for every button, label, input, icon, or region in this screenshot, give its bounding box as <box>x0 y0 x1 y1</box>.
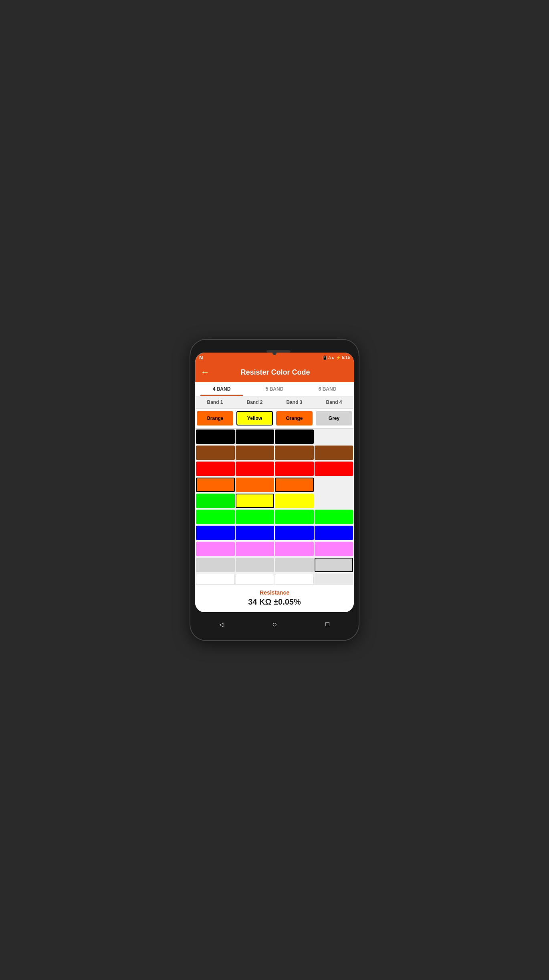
nav-home-button[interactable]: ○ <box>267 620 282 629</box>
status-logo: N <box>199 355 203 361</box>
color-row-4 <box>195 493 354 509</box>
color-row-6 <box>195 525 354 541</box>
color-cell-7-1[interactable] <box>236 542 274 556</box>
band-header-3: Band 3 <box>274 396 314 408</box>
tabs-bar: 4 BAND 5 BAND 6 BAND <box>195 382 354 396</box>
color-cell-0-2[interactable] <box>275 430 314 444</box>
selected-swatch-2: Yellow <box>236 411 273 425</box>
color-cell-6-0[interactable] <box>196 526 235 540</box>
color-cell-4-0[interactable] <box>196 494 235 508</box>
color-row-7 <box>195 541 354 557</box>
band-header-2: Band 2 <box>235 396 274 408</box>
color-cell-3-1[interactable] <box>236 478 274 492</box>
color-cell-9-0[interactable] <box>196 574 235 584</box>
color-cell-0-0[interactable] <box>196 430 235 444</box>
vibrate-icon: 📳 <box>322 355 327 360</box>
color-cell-7-3[interactable] <box>315 542 353 556</box>
color-cell-6-1[interactable] <box>236 526 274 540</box>
color-cell-1-3[interactable] <box>315 446 353 460</box>
color-cell-5-2[interactable] <box>275 510 314 524</box>
color-cell-1-0[interactable] <box>196 446 235 460</box>
color-cell-9-1[interactable] <box>236 574 274 584</box>
color-cell-7-0[interactable] <box>196 542 235 556</box>
color-cell-5-0[interactable] <box>196 510 235 524</box>
resistance-panel: Resistance 34 KΩ ±0.05% <box>195 584 354 612</box>
color-row-9 <box>195 573 354 584</box>
color-cell-9-2[interactable] <box>275 574 314 584</box>
color-cell-3-0[interactable] <box>196 478 235 492</box>
app-title: Resister Color Code <box>214 368 336 377</box>
color-cell-4-2[interactable] <box>275 494 314 508</box>
selected-cell-3: Orange <box>274 409 314 428</box>
color-cell-5-1[interactable] <box>236 510 274 524</box>
color-cell-8-3[interactable] <box>315 558 353 572</box>
resistance-label: Resistance <box>199 589 350 596</box>
phone-screen: N 📳 △▲ ⚡ 5:15 ← Resister Color Code 4 BA… <box>195 353 354 612</box>
signal-icon: △▲ <box>328 355 335 359</box>
selected-swatch-4: Grey <box>316 411 352 425</box>
color-row-8 <box>195 557 354 573</box>
selected-swatch-3: Orange <box>276 411 313 425</box>
color-cell-8-2[interactable] <box>275 558 314 572</box>
color-cell-1-2[interactable] <box>275 446 314 460</box>
band-header-4: Band 4 <box>314 396 354 408</box>
tab-6band[interactable]: 6 BAND <box>301 382 354 396</box>
nav-bar: ◁ ○ □ <box>195 615 354 633</box>
color-cell-3-2[interactable] <box>275 478 314 492</box>
color-row-3 <box>195 477 354 493</box>
color-cell-4-3 <box>315 494 353 508</box>
tab-5band[interactable]: 5 BAND <box>248 382 301 396</box>
color-cell-7-2[interactable] <box>275 542 314 556</box>
status-icons: 📳 △▲ ⚡ 5:15 <box>322 355 350 360</box>
color-cell-8-1[interactable] <box>236 558 274 572</box>
resistance-value: 34 KΩ ±0.05% <box>199 597 350 607</box>
tab-4band[interactable]: 4 BAND <box>195 382 248 396</box>
selected-row: Orange Yellow Orange Grey <box>195 409 354 429</box>
color-row-0 <box>195 429 354 445</box>
color-cell-6-2[interactable] <box>275 526 314 540</box>
selected-cell-1: Orange <box>195 409 235 428</box>
color-cell-6-3[interactable] <box>315 526 353 540</box>
selected-swatch-1: Orange <box>197 411 233 425</box>
selected-cell-2: Yellow <box>235 409 274 428</box>
nav-recent-button[interactable]: □ <box>320 621 335 628</box>
color-cell-1-1[interactable] <box>236 446 274 460</box>
phone-frame: N 📳 △▲ ⚡ 5:15 ← Resister Color Code 4 BA… <box>190 340 359 640</box>
speaker <box>266 350 291 353</box>
color-cell-9-3[interactable] <box>315 574 353 584</box>
color-cell-5-3[interactable] <box>315 510 353 524</box>
nav-back-button[interactable]: ◁ <box>214 621 229 628</box>
color-row-1 <box>195 445 354 461</box>
color-row-5 <box>195 509 354 525</box>
band-headers: Band 1 Band 2 Band 3 Band 4 <box>195 396 354 409</box>
band-header-1: Band 1 <box>195 396 235 408</box>
color-cell-2-3[interactable] <box>315 462 353 476</box>
color-cell-2-0[interactable] <box>196 462 235 476</box>
back-button[interactable]: ← <box>201 367 210 377</box>
color-cell-0-3 <box>315 430 353 444</box>
color-grid <box>195 429 354 584</box>
color-cell-3-3 <box>315 478 353 492</box>
color-cell-0-1[interactable] <box>236 430 274 444</box>
status-time: 5:15 <box>342 355 350 360</box>
color-cell-4-1[interactable] <box>236 494 274 508</box>
color-cell-2-2[interactable] <box>275 462 314 476</box>
app-bar: ← Resister Color Code <box>195 362 354 382</box>
color-row-2 <box>195 461 354 477</box>
battery-icon: ⚡ <box>336 355 341 360</box>
color-cell-8-0[interactable] <box>196 558 235 572</box>
color-cell-2-1[interactable] <box>236 462 274 476</box>
selected-cell-4: Grey <box>314 409 354 428</box>
